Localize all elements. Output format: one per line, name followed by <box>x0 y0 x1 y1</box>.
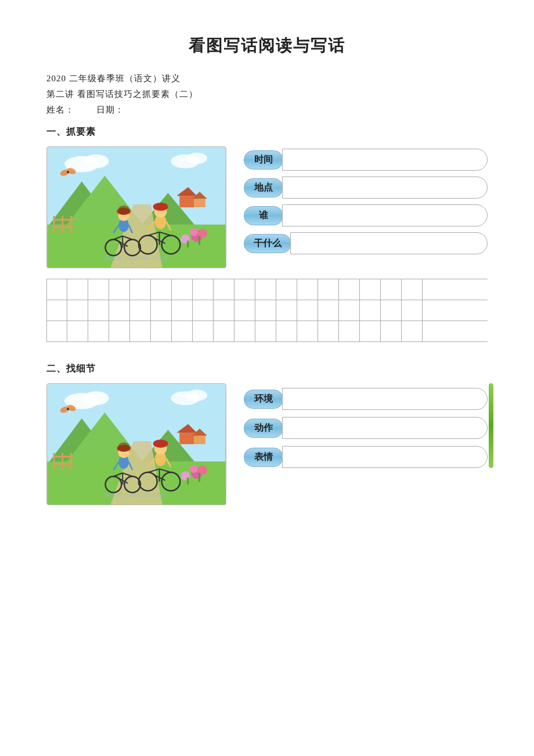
grid-cell[interactable] <box>172 300 193 321</box>
label-row-expression: 表情 <box>244 446 488 468</box>
grid-cell[interactable] <box>339 321 360 342</box>
grid-cell[interactable] <box>130 321 151 342</box>
name-label: 姓名： <box>46 105 74 114</box>
grid-row[interactable] <box>46 321 488 342</box>
grid-cell[interactable] <box>339 279 360 300</box>
grid-cell[interactable] <box>151 300 172 321</box>
grid-cell[interactable] <box>234 279 255 300</box>
svg-rect-14 <box>53 226 73 228</box>
grid-cell[interactable] <box>318 300 339 321</box>
label-input-place[interactable] <box>282 177 488 199</box>
section1-illustration: www.jiaocai.com <box>46 146 226 268</box>
grid-cell[interactable] <box>88 300 109 321</box>
grid-cell[interactable] <box>255 279 276 300</box>
grid-cell[interactable] <box>381 321 402 342</box>
svg-rect-24 <box>187 240 189 247</box>
svg-rect-22 <box>199 236 200 245</box>
grid-cell[interactable] <box>214 279 234 300</box>
grid-cell[interactable] <box>234 300 255 321</box>
grid-cell[interactable] <box>109 321 130 342</box>
label-tag-what: 干什么 <box>244 234 291 253</box>
grid-cell[interactable] <box>46 321 67 342</box>
grid-cell[interactable] <box>360 279 381 300</box>
grid-cell[interactable] <box>193 279 214 300</box>
grid-cell[interactable] <box>297 321 318 342</box>
svg-rect-13 <box>53 219 73 221</box>
grid-cell[interactable] <box>318 279 339 300</box>
section2-labels: 环境 动作 表情 <box>244 383 488 468</box>
grid-cell[interactable] <box>67 300 88 321</box>
svg-point-48 <box>118 206 129 215</box>
grid-cell[interactable] <box>151 279 172 300</box>
meta-line1: 2020 二年级春季班（语文）讲义 <box>46 73 488 84</box>
grid-cell[interactable] <box>381 300 402 321</box>
grid-cell[interactable] <box>214 321 234 342</box>
svg-rect-62 <box>62 453 63 470</box>
grid-cell[interactable] <box>88 321 109 342</box>
grid-cell[interactable] <box>193 321 214 342</box>
grid-cell[interactable] <box>402 279 423 300</box>
date-label: 日期： <box>96 105 124 114</box>
grid-cell[interactable] <box>402 321 423 342</box>
label-tag-environment: 环境 <box>244 390 283 409</box>
label-input-environment[interactable] <box>282 388 488 410</box>
grid-cell[interactable] <box>234 321 255 342</box>
grid-cell[interactable] <box>172 279 193 300</box>
label-tag-expression: 表情 <box>244 448 283 467</box>
writing-grid <box>46 279 488 342</box>
svg-rect-75 <box>187 477 189 484</box>
svg-rect-64 <box>53 456 73 458</box>
grid-cell[interactable] <box>276 300 297 321</box>
grid-cell[interactable] <box>297 300 318 321</box>
svg-point-71 <box>190 465 198 473</box>
svg-rect-12 <box>70 216 72 233</box>
svg-rect-11 <box>62 216 63 233</box>
grid-cell[interactable] <box>130 300 151 321</box>
svg-point-36 <box>153 203 168 211</box>
svg-rect-10 <box>53 216 55 233</box>
grid-cell[interactable] <box>151 321 172 342</box>
green-bar <box>489 383 493 468</box>
label-input-who[interactable] <box>282 204 488 226</box>
svg-point-4 <box>186 153 207 164</box>
svg-rect-73 <box>199 473 200 482</box>
grid-cell[interactable] <box>130 279 151 300</box>
label-tag-time: 时间 <box>244 150 283 170</box>
label-input-time[interactable] <box>282 149 488 171</box>
grid-cell[interactable] <box>360 300 381 321</box>
grid-cell[interactable] <box>193 300 214 321</box>
grid-cell[interactable] <box>67 279 88 300</box>
label-row-place: 地点 <box>244 177 488 199</box>
grid-cell[interactable] <box>46 279 67 300</box>
grid-cell[interactable] <box>88 279 109 300</box>
grid-cell[interactable] <box>276 321 297 342</box>
label-input-action[interactable] <box>282 417 488 439</box>
grid-cell[interactable] <box>46 300 67 321</box>
section2-content: www.jiaocai.com 环境 动作 表情 <box>46 383 488 505</box>
writing-grid-container <box>46 279 488 342</box>
svg-rect-63 <box>70 453 72 470</box>
label-input-expression[interactable] <box>282 446 488 468</box>
svg-rect-65 <box>53 463 73 465</box>
label-input-what[interactable] <box>290 232 488 254</box>
grid-cell[interactable] <box>67 321 88 342</box>
grid-cell[interactable] <box>109 279 130 300</box>
grid-cell[interactable] <box>255 300 276 321</box>
grid-cell[interactable] <box>172 321 193 342</box>
svg-point-2 <box>84 154 109 168</box>
grid-cell[interactable] <box>276 279 297 300</box>
grid-row[interactable] <box>46 300 488 321</box>
grid-cell[interactable] <box>109 300 130 321</box>
grid-cell[interactable] <box>402 300 423 321</box>
grid-row[interactable] <box>46 279 488 300</box>
page-title: 看图写话阅读与写话 <box>46 35 488 57</box>
grid-cell[interactable] <box>214 300 234 321</box>
grid-cell[interactable] <box>255 321 276 342</box>
grid-cell[interactable] <box>360 321 381 342</box>
svg-point-99 <box>118 442 129 452</box>
grid-cell[interactable] <box>297 279 318 300</box>
grid-cell[interactable] <box>339 300 360 321</box>
grid-cell[interactable] <box>381 279 402 300</box>
label-row-environment: 环境 <box>244 388 488 410</box>
grid-cell[interactable] <box>318 321 339 342</box>
